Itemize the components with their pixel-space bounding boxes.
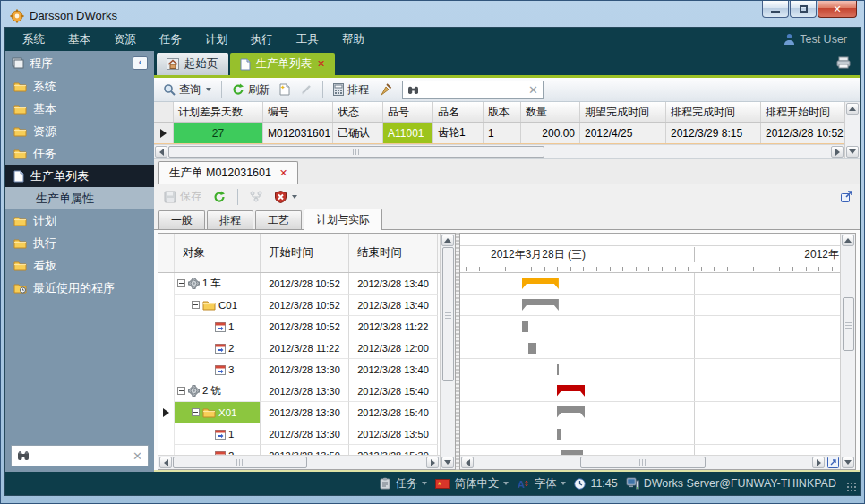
tree-object-cell[interactable]: 3	[175, 359, 261, 380]
scroll-down-button[interactable]	[441, 457, 454, 468]
tree-row-3[interactable]: 22012/3/28 11:222012/3/28 12:00	[158, 337, 440, 359]
scroll-left-button[interactable]	[155, 146, 167, 158]
grid-cell-8[interactable]: 2012/3/29 8:15	[666, 123, 761, 143]
toolbar-刷新-button[interactable]: 刷新	[228, 81, 273, 99]
scroll-thumb[interactable]	[580, 457, 706, 468]
tree-object-cell[interactable]: 1 车	[175, 273, 261, 295]
tree-object-cell[interactable]: 1	[175, 423, 261, 445]
detail-toolbar-branch-button[interactable]	[246, 189, 267, 204]
gantt-bar-4[interactable]	[557, 364, 559, 375]
scroll-up-button[interactable]	[441, 235, 454, 246]
toolbar-排程-button[interactable]: 排程	[330, 81, 373, 99]
tree-row-6[interactable]: X012012/3/28 13:302012/3/28 15:40	[158, 402, 440, 423]
toolbar-pencil-button[interactable]	[296, 81, 316, 98]
tree-column-header-0[interactable]: 对象	[175, 234, 261, 272]
grid-cell-9[interactable]: 2012/3/28 10:52	[761, 123, 844, 143]
grid-column-header-0[interactable]: 计划差异天数	[174, 102, 263, 122]
grid-column-header-3[interactable]: 品号	[383, 102, 433, 122]
sidebar-search-input[interactable]	[35, 449, 127, 462]
menu-item-3[interactable]: 任务	[148, 32, 193, 47]
subtab-1[interactable]: 排程	[207, 210, 253, 229]
expander-collapse-icon[interactable]	[192, 301, 200, 309]
gantt-bar-0[interactable]	[522, 278, 559, 289]
tree-object-cell[interactable]: 1	[175, 316, 261, 337]
grid-cell-4[interactable]: 齿轮1	[433, 123, 484, 143]
sidebar-item-6[interactable]: 计划	[5, 209, 154, 232]
menu-item-7[interactable]: 帮助	[330, 32, 376, 47]
sidebar-item-0[interactable]: 系统	[5, 75, 154, 98]
menu-item-6[interactable]: 工具	[285, 32, 330, 47]
tree-column-header-2[interactable]: 结束时间	[349, 234, 438, 272]
expander-collapse-icon[interactable]	[177, 387, 185, 395]
menu-item-0[interactable]: 系统	[11, 32, 56, 47]
grid-cell-0[interactable]: 27	[174, 123, 263, 143]
grid-cell-2[interactable]: 已确认	[333, 123, 383, 143]
grid-column-header-7[interactable]: 期望完成时间	[580, 102, 666, 122]
gantt-bar-1[interactable]	[522, 299, 559, 311]
expander-collapse-icon[interactable]	[192, 408, 200, 416]
grid-cell-1[interactable]: M012031601	[263, 123, 333, 143]
subtab-0[interactable]: 一般	[158, 210, 205, 229]
popout-icon[interactable]	[840, 190, 853, 203]
minimize-button[interactable]	[762, 1, 789, 18]
tab-close-icon[interactable]: ✕	[317, 58, 325, 70]
tree-object-cell[interactable]: 2	[175, 445, 261, 455]
grid-column-header-9[interactable]: 排程开始时间	[761, 102, 844, 122]
menu-item-2[interactable]: 资源	[102, 32, 148, 47]
detail-toolbar-保存-button[interactable]: 保存	[160, 187, 205, 206]
tree-object-cell[interactable]: 2	[175, 337, 261, 359]
toolbar-查询-button[interactable]: 查询	[159, 81, 215, 99]
toolbar-search-clear-icon[interactable]: ✕	[528, 83, 538, 97]
status-item-font[interactable]: A字体	[517, 476, 566, 491]
grid-column-header-5[interactable]: 版本	[484, 102, 521, 122]
sidebar-item-4[interactable]: 生产单列表	[5, 165, 154, 187]
scroll-thumb[interactable]	[442, 247, 454, 381]
scroll-thumb[interactable]	[173, 457, 307, 468]
toolbar-new-doc-button[interactable]: ✦	[276, 81, 294, 98]
tree-row-7[interactable]: 12012/3/28 13:302012/3/28 13:50	[158, 423, 440, 445]
tree-row-4[interactable]: 32012/3/28 13:302012/3/28 13:40	[158, 359, 440, 380]
scroll-down-button[interactable]	[846, 146, 859, 158]
toolbar-search-input[interactable]	[424, 83, 524, 96]
menu-item-4[interactable]: 计划	[193, 32, 239, 47]
detail-doc-tab-close-icon[interactable]: ✕	[279, 167, 287, 179]
tree-column-header-1[interactable]: 开始时间	[261, 234, 349, 272]
user-box[interactable]: Test User	[784, 33, 854, 46]
sidebar-item-1[interactable]: 基本	[5, 98, 154, 120]
menu-item-1[interactable]: 基本	[56, 32, 102, 47]
scroll-right-button[interactable]	[831, 146, 844, 158]
orders-grid-row[interactable]: 27M012031601已确认A11001齿轮11200.002012/4/25…	[154, 123, 844, 144]
grid-cell-3[interactable]: A11001	[383, 123, 433, 143]
menu-item-5[interactable]: 执行	[239, 32, 285, 47]
close-button[interactable]: ✕	[818, 1, 857, 18]
status-item-clipboard[interactable]: 任务	[380, 476, 427, 491]
sidebar-item-9[interactable]: 最近使用的程序	[5, 277, 154, 299]
tree-object-cell[interactable]: X01	[175, 402, 261, 423]
grid-column-header-1[interactable]: 编号	[263, 102, 333, 122]
scroll-thumb[interactable]	[843, 297, 854, 351]
gantt-bar-2[interactable]	[522, 321, 528, 332]
scroll-thumb[interactable]	[168, 146, 544, 158]
grid-column-header-4[interactable]: 品名	[433, 102, 484, 122]
status-item-server[interactable]: DWorks Server@FUNWAY-THINKPAD	[626, 477, 836, 490]
grid-cell-5[interactable]: 1	[484, 123, 521, 143]
status-item-flag[interactable]: ★简体中文	[435, 476, 509, 491]
scroll-down-button[interactable]	[842, 457, 854, 468]
resize-grip[interactable]	[846, 482, 857, 492]
grid-column-header-2[interactable]: 状态	[333, 102, 383, 122]
sidebar-item-8[interactable]: 看板	[5, 254, 154, 277]
gantt-bar-8[interactable]	[561, 450, 582, 455]
tab-0[interactable]: 起始页	[157, 53, 228, 75]
grid-column-header-6[interactable]: 数量	[521, 102, 580, 122]
subtab-2[interactable]: 工艺	[255, 210, 302, 229]
maximize-button[interactable]	[790, 1, 817, 18]
sidebar-item-5[interactable]: 生产单属性	[5, 187, 154, 209]
tree-row-1[interactable]: C012012/3/28 10:522012/3/28 13:40	[158, 295, 440, 316]
tree-object-cell[interactable]: C01	[175, 295, 261, 316]
gantt-popout-icon[interactable]	[827, 457, 839, 468]
printer-icon[interactable]	[836, 56, 851, 69]
status-item-clock[interactable]: 11:45	[574, 477, 617, 490]
scroll-up-button[interactable]	[846, 103, 859, 115]
sidebar-item-2[interactable]: 资源	[5, 120, 154, 142]
sidebar-search-clear-icon[interactable]: ✕	[133, 449, 142, 463]
